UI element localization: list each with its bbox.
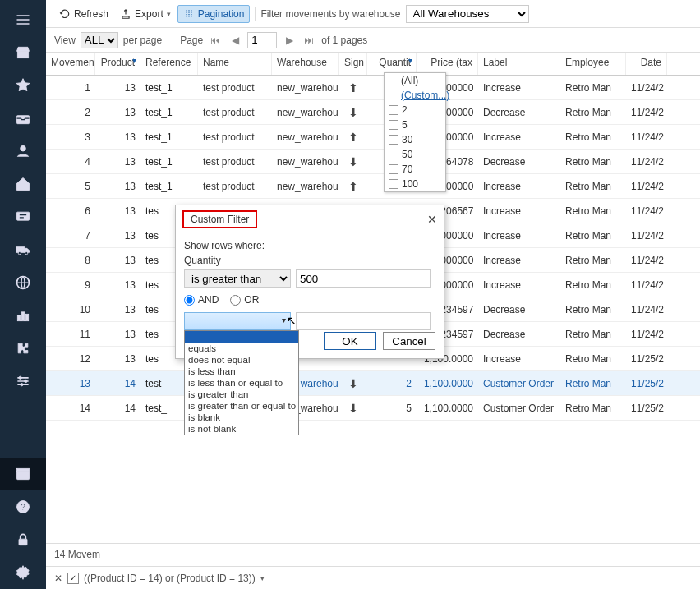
operator-option[interactable]: is not blank	[185, 423, 298, 435]
operator-option-blank[interactable]	[185, 331, 298, 343]
operator2-dropdown: equalsdoes not equalis less thanis less …	[184, 330, 299, 435]
warehouse-select[interactable]: All Warehouses	[406, 5, 529, 23]
col-name[interactable]: Name	[198, 53, 272, 75]
pagination-icon	[183, 8, 195, 20]
field-label: Quantity	[184, 255, 435, 266]
and-radio[interactable]: AND	[184, 294, 219, 306]
svg-rect-9	[21, 312, 24, 321]
perpage-select[interactable]: ALL	[81, 32, 118, 48]
table-row[interactable]: 213test_1test productnew_warehou⬇111.000…	[46, 100, 700, 125]
qty-filter-value[interactable]: 70	[385, 162, 445, 177]
next-page-button[interactable]: ▶	[282, 33, 297, 48]
home-icon[interactable]	[0, 168, 46, 200]
col-employee[interactable]: Employee	[560, 53, 626, 75]
qty-filter-custom[interactable]: (Custom...)	[385, 88, 445, 103]
perpage-label: per page	[123, 35, 162, 46]
operator-option[interactable]: is greater than	[185, 389, 298, 400]
filter-bar: ✕ ✓ ((Product ID = 14) or (Product ID = …	[46, 566, 700, 589]
col-price[interactable]: Price (tax	[417, 53, 478, 75]
qty-filter-value[interactable]: 100	[385, 177, 445, 191]
table-row[interactable]: 113test_1test productnew_warehou⬆111.000…	[46, 76, 700, 100]
show-rows-label: Show rows where:	[184, 240, 435, 251]
qty-filter-value[interactable]: 50	[385, 147, 445, 162]
svg-rect-18	[19, 539, 27, 545]
filter-expression: ((Product ID = 14) or (Product ID = 13))	[84, 573, 256, 584]
qty-filter-value[interactable]: 30	[385, 132, 445, 147]
export-button[interactable]: Export ▾	[115, 6, 176, 22]
sliders-icon[interactable]	[0, 365, 46, 398]
chart-icon[interactable]	[0, 299, 46, 332]
user-icon[interactable]	[0, 135, 46, 168]
page-input[interactable]	[247, 32, 277, 48]
custom-filter-dialog: Custom Filter ✕ Show rows where: Quantit…	[175, 205, 444, 359]
col-quantity[interactable]: Quantit	[367, 53, 417, 75]
col-sign[interactable]: Sign	[339, 53, 367, 75]
svg-point-11	[19, 376, 21, 379]
refresh-button[interactable]: Refresh	[54, 6, 113, 22]
value1-input[interactable]	[296, 269, 431, 288]
col-movement[interactable]: Movement	[46, 53, 95, 75]
filter-checkbox[interactable]: ✓	[67, 573, 79, 584]
svg-point-13	[21, 384, 23, 386]
remove-filter-button[interactable]: ✕	[54, 573, 62, 584]
cancel-button[interactable]: Cancel	[383, 332, 435, 350]
operator-option[interactable]: is greater than or equal to	[185, 400, 298, 412]
operator-option[interactable]: does not equal	[185, 354, 298, 366]
export-label: Export	[135, 8, 163, 20]
operator1-select[interactable]: is greater than	[184, 269, 291, 288]
col-reference[interactable]: Reference	[140, 53, 198, 75]
operator-option[interactable]: is blank	[185, 412, 298, 423]
operator-option[interactable]: equals	[185, 343, 298, 354]
chevron-down-icon[interactable]: ▾	[260, 574, 265, 582]
table-row[interactable]: 313test_1test productnew_warehou⬆120.000…	[46, 125, 700, 150]
table-row[interactable]: 1414test_new_warehou⬇51,100.0000Customer…	[46, 396, 700, 421]
truck-icon[interactable]	[0, 233, 46, 266]
qty-filter-all[interactable]: (All)	[385, 73, 445, 88]
lock-icon[interactable]	[0, 523, 46, 556]
pagination-button[interactable]: Pagination	[177, 5, 251, 23]
close-button[interactable]: ✕	[427, 213, 437, 226]
puzzle-icon[interactable]	[0, 332, 46, 365]
last-page-button[interactable]: ⏭	[302, 33, 316, 48]
svg-point-12	[25, 380, 27, 382]
svg-rect-8	[17, 315, 20, 321]
qty-filter-value[interactable]: 2	[385, 103, 445, 117]
globe-icon[interactable]	[0, 266, 46, 299]
operator-option[interactable]: is less than	[185, 366, 298, 377]
chat-icon[interactable]	[0, 200, 46, 233]
archive-icon[interactable]	[0, 458, 46, 490]
pager: View ALL per page Page ⏮ ◀ ▶ ⏭ of 1 page…	[46, 28, 700, 53]
toolbar: Refresh Export ▾ Pagination Filter movem…	[46, 0, 700, 28]
col-label[interactable]: Label	[478, 53, 560, 75]
col-product[interactable]: Product	[95, 53, 140, 75]
table-row[interactable]: 413test_1test productnew_warehou⬇118.864…	[46, 150, 700, 174]
prev-page-button[interactable]: ◀	[228, 33, 242, 48]
page-label: Page	[180, 35, 203, 46]
refresh-icon	[59, 8, 71, 20]
svg-point-5	[18, 252, 21, 255]
qty-filter-value[interactable]: 5	[385, 117, 445, 132]
gear-icon[interactable]	[0, 556, 46, 589]
table-row[interactable]: 513test_1test productnew_warehou⬆110.000…	[46, 174, 700, 199]
table-row[interactable]: 1314test_new_warehou⬇21,100.0000Customer…	[46, 371, 700, 396]
export-icon	[120, 8, 131, 20]
grid-header: Movement Product Reference Name Warehous…	[46, 53, 700, 76]
star-icon[interactable]	[0, 69, 46, 102]
or-radio[interactable]: OR	[230, 294, 259, 306]
menu-icon[interactable]	[0, 3, 46, 36]
svg-point-2	[21, 145, 26, 151]
ok-button[interactable]: OK	[324, 332, 376, 350]
first-page-button[interactable]: ⏮	[208, 33, 223, 48]
col-date[interactable]: Date	[626, 53, 667, 75]
help-icon[interactable]: ?	[0, 490, 46, 523]
operator2-select[interactable]	[184, 312, 291, 330]
value2-input[interactable]	[296, 312, 431, 330]
inbox-icon[interactable]	[0, 102, 46, 135]
store-icon[interactable]	[0, 36, 46, 69]
operator-option[interactable]: is less than or equal to	[185, 377, 298, 389]
refresh-label: Refresh	[74, 8, 108, 20]
col-warehouse[interactable]: Warehouse	[272, 53, 339, 75]
filter-label: Filter movements by warehouse	[260, 8, 400, 20]
svg-rect-0	[17, 51, 28, 58]
chevron-down-icon: ▾	[167, 10, 171, 18]
